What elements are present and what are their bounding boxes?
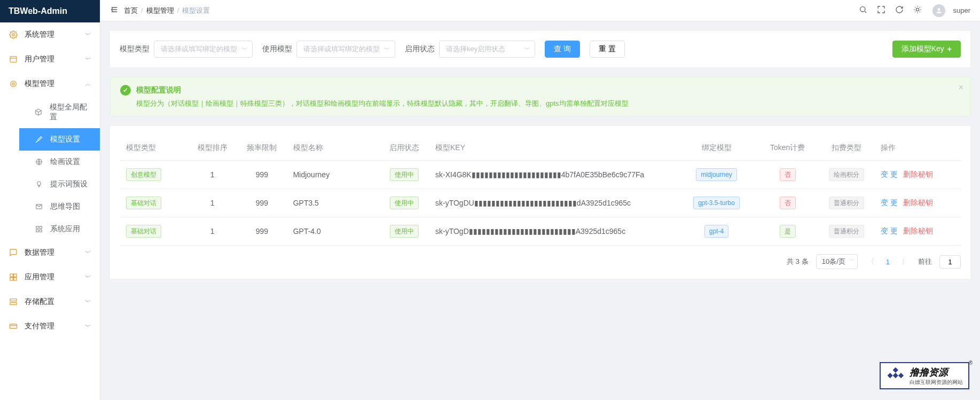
th-charge: 扣费类型 [819,136,874,161]
mindmap-icon [34,202,44,211]
sidebar-item-data[interactable]: 数据管理 ﹀ [0,240,100,265]
pager-next[interactable]: 〉 [899,257,911,266]
th-sort: 模型排序 [187,136,237,161]
model-table: 模型类型 模型排序 频率限制 模型名称 启用状态 模型KEY 绑定模型 Toke… [120,136,961,246]
watermark-logo-icon [886,365,905,386]
watermark-title: 撸撸资源 [910,366,963,379]
tag-status: 使用中 [390,225,419,238]
svg-rect-8 [36,230,38,232]
filter-label-status: 启用状态 [405,44,435,54]
sidebar-item-prompt-preset[interactable]: 提示词预设 [19,173,100,195]
sidebar-item-label: 数据管理 [25,248,54,257]
cell-freq: 999 [237,189,287,217]
action-delete[interactable]: 删除秘钥 [903,226,933,235]
action-edit[interactable]: 变 更 [881,170,898,178]
svg-rect-15 [10,302,17,304]
th-token: Token计费 [757,136,819,161]
search-icon[interactable] [857,3,869,18]
avatar[interactable] [932,4,945,17]
brush-icon [34,135,44,144]
cube-icon [34,107,43,117]
tag-charge: 普通积分 [829,225,864,238]
chevron-down-icon: ﹀ [241,45,248,54]
sidebar-item-model-global[interactable]: 模型全局配置 [19,96,100,128]
query-button[interactable]: 查 询 [545,41,580,58]
cell-key: sk-XI4G8K▮▮▮▮▮▮▮▮▮▮▮▮▮▮▮▮▮▮▮▮▮4b7fA0E35b… [429,161,676,189]
svg-point-18 [916,8,919,11]
sidebar-item-mindmap[interactable]: 思维导图 [19,195,100,218]
fullscreen-icon[interactable] [875,3,888,18]
content: 模型类型 请选择或填写绑定的模型﹀ 使用模型 请选择或填写绑定的模型﹀ 启用状态… [100,21,980,400]
pager-goto-label: 前往 [918,257,932,266]
tag-token: 否 [780,168,796,181]
action-edit[interactable]: 变 更 [881,226,898,235]
action-edit[interactable]: 变 更 [881,198,898,207]
svg-point-17 [860,7,865,12]
chevron-down-icon: ﹀ [85,322,91,331]
alert-body: 模型分为（对话模型｜绘画模型｜特殊模型三类），对话模型和绘画模型均在前端显示，特… [120,99,960,108]
refresh-icon[interactable] [893,3,906,18]
sidebar-item-label: 模型管理 [25,79,54,89]
svg-rect-1 [10,57,17,62]
cell-freq: 999 [237,217,287,246]
pay-icon [9,321,18,331]
pager-prev[interactable]: 〈 [865,257,876,266]
select-model-type[interactable]: 请选择或填写绑定的模型﹀ [154,41,253,58]
sidebar-item-system[interactable]: 系统管理 ﹀ [0,22,100,47]
pager-goto-input[interactable] [939,255,961,269]
sidebar-item-model-settings[interactable]: 模型设置 [19,128,100,151]
cell-name: Midjourney [287,161,380,189]
action-delete[interactable]: 删除秘钥 [903,170,933,178]
collapse-icon[interactable] [110,5,119,15]
sidebar-item-apps[interactable]: 应用管理 ﹀ [0,265,100,289]
alert-title: 模型配置说明 [136,85,181,95]
sidebar-item-label: 绘画设置 [50,157,80,167]
tag-bind: gpt-4 [704,225,728,238]
close-icon[interactable]: × [959,83,963,92]
select-use-model[interactable]: 请选择或填写绑定的模型﹀ [296,41,395,58]
pagination: 共 3 条 10条/页﹀ 〈 1 〉 前往 [120,254,961,269]
sidebar-item-users[interactable]: 用户管理 ﹀ [0,47,100,72]
breadcrumb-item[interactable]: 首页 [124,6,138,15]
svg-rect-6 [36,226,38,229]
gear-icon [9,30,18,40]
sidebar-item-label: 用户管理 [25,54,54,64]
svg-rect-9 [40,230,42,232]
sidebar-item-paint-settings[interactable]: 绘画设置 [19,151,100,173]
username[interactable]: super [953,6,970,14]
filter-label-type: 模型类型 [120,44,150,54]
cell-freq: 999 [237,161,287,189]
svg-rect-10 [10,274,13,277]
sidebar-item-sys-apps[interactable]: 系统应用 [19,218,100,240]
cell-sort: 1 [187,161,237,189]
pager-page-current[interactable]: 1 [884,258,892,266]
breadcrumb-current: 模型设置 [182,6,210,15]
table-row: 基础对话1999GPT3.5使用中sk-yTOgDU▮▮▮▮▮▮▮▮▮▮▮▮▮▮… [120,189,961,217]
th-bind: 绑定模型 [676,136,757,161]
registered-icon: ® [969,360,973,366]
breadcrumb-sep: / [141,6,143,14]
add-model-key-button[interactable]: 添加模型Key+ [892,41,961,58]
svg-rect-13 [14,278,17,280]
theme-icon[interactable] [911,3,924,18]
th-name: 模型名称 [287,136,380,161]
sidebar-item-label: 系统管理 [25,30,54,40]
tag-status: 使用中 [390,168,419,181]
select-status[interactable]: 请选择key启用状态﹀ [439,41,535,58]
reset-button[interactable]: 重 置 [590,41,625,58]
breadcrumb-item[interactable]: 模型管理 [146,6,174,15]
sidebar-item-label: 模型全局配置 [50,103,91,122]
sidebar-item-pay[interactable]: 支付管理 ﹀ [0,314,100,339]
action-delete[interactable]: 删除秘钥 [903,198,933,207]
sidebar-item-storage[interactable]: 存储配置 ﹀ [0,289,100,314]
sidebar-item-label: 模型设置 [50,135,80,144]
chevron-down-icon: ﹀ [85,30,91,40]
svg-point-2 [11,81,17,87]
pager-size-select[interactable]: 10条/页﹀ [816,254,858,269]
model-icon [9,79,18,89]
tag-bind: gpt-3.5-turbo [693,197,740,209]
sidebar-item-model[interactable]: 模型管理 ︿ [0,72,100,96]
info-alert: ✓ 模型配置说明 模型分为（对话模型｜绘画模型｜特殊模型三类），对话模型和绘画模… [110,77,970,116]
grid-icon [9,272,18,282]
tag-type: 创意模型 [126,168,161,181]
